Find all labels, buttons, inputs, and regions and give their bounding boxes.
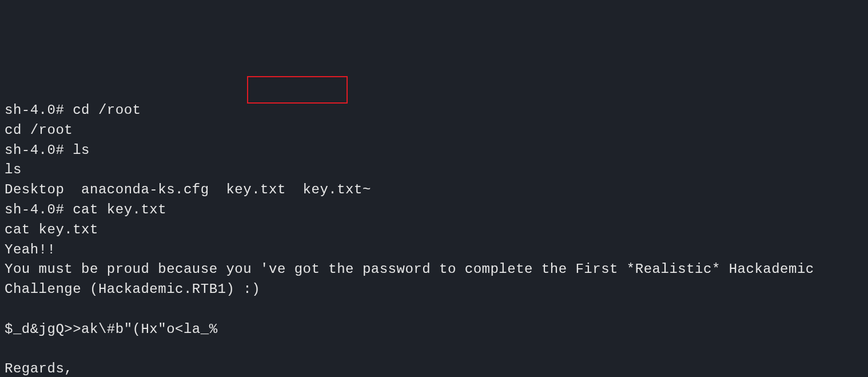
terminal-line-8: You must be proud because you 've got th… <box>5 261 823 297</box>
terminal-line-4: Desktop anaconda-ks.cfg key.txt key.txt~ <box>5 182 371 197</box>
terminal-line-2: sh-4.0# ls <box>5 142 90 158</box>
terminal-line-3: ls <box>5 162 22 177</box>
terminal-line-1: cd /root <box>5 122 73 138</box>
terminal-line-0: sh-4.0# cd /root <box>5 102 141 118</box>
terminal-output[interactable]: sh-4.0# cd /root cd /root sh-4.0# ls ls … <box>5 81 863 377</box>
terminal-line-12: Regards, <box>5 361 73 376</box>
terminal-line-6: cat key.txt <box>5 222 98 237</box>
terminal-line-10: $_d&jgQ>>ak\#b"(Hx"o<la_% <box>5 322 218 337</box>
terminal-line-7: Yeah!! <box>5 242 55 257</box>
terminal-line-5: sh-4.0# cat key.txt <box>5 202 166 217</box>
